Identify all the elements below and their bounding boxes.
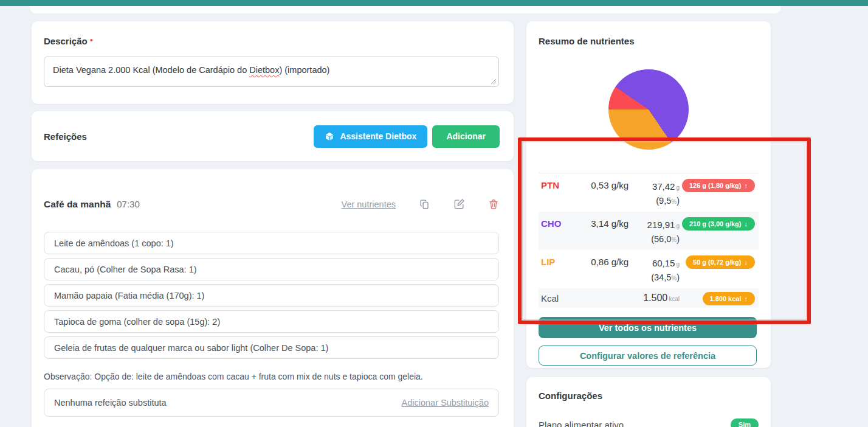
amount-unit: g (676, 223, 680, 229)
description-textarea[interactable]: Dieta Vegana 2.000 Kcal (Modelo de Cardá… (44, 57, 499, 87)
percent-close: ) (677, 273, 680, 282)
description-text-before: Dieta Vegana 2.000 Kcal (Modelo de Cardá… (53, 65, 249, 75)
cube-icon (325, 131, 334, 142)
reference-badge: 50 g (0,72 g/kg)↓ (686, 255, 755, 269)
meal-observation: Observação: Opção de: leite de amêndoas … (44, 372, 499, 381)
required-marker: • (90, 35, 93, 45)
nutrient-label: CHO (541, 217, 576, 229)
meal-time: 07:30 (117, 199, 140, 209)
percent-value: (34,5 (651, 273, 671, 282)
percent-sign: % (671, 275, 677, 282)
meal-header: Café da manhã 07:30 Ver nutrientes (44, 198, 499, 210)
configure-reference-values-button[interactable]: Configurar valores de referência (539, 345, 757, 366)
trash-icon (488, 198, 499, 210)
percent-value: (9,5 (656, 196, 671, 206)
amount-unit: g (676, 184, 680, 191)
kcal-label: Kcal (541, 293, 629, 304)
textarea-resize-handle[interactable] (491, 78, 497, 85)
meal-card-breakfast: Café da manhã 07:30 Ver nutrientes (32, 169, 514, 427)
copy-icon (419, 198, 430, 210)
description-card: Descrição• Dieta Vegana 2.000 Kcal (Mode… (32, 21, 514, 104)
arrow-up-icon: ↑ (745, 182, 748, 189)
assistant-button-label: Assistente Dietbox (340, 131, 416, 141)
view-all-nutrients-button[interactable]: Ver todos os nutrientes (539, 317, 757, 338)
status-badge: Sim (731, 418, 759, 427)
kcal-unit: kcal (669, 296, 680, 302)
arrow-up-icon: ↑ (745, 295, 748, 302)
settings-title: Configurações (539, 391, 759, 401)
arrow-down-icon: ↓ (745, 259, 748, 266)
food-item[interactable]: Tapioca de goma (colher de sopa (15g): 2… (44, 310, 499, 333)
reference-badge: 210 g (3,00 g/kg)↓ (682, 217, 755, 231)
badge-text: 50 g (0,72 g/kg) (693, 259, 741, 266)
add-meal-button[interactable]: Adicionar (432, 125, 500, 148)
nutrient-per-kg: 0,86 g/kg (576, 255, 629, 267)
amount-unit: g (676, 261, 680, 268)
food-item[interactable]: Cacau, pó (Colher de Sopa Rasa: 1) (44, 258, 499, 280)
nutrient-summary-title: Resumo de nutrientes (539, 36, 759, 46)
edit-icon (453, 198, 465, 210)
meal-name: Café da manhã (44, 199, 111, 210)
nutrient-label: PTN (541, 178, 576, 190)
nutrient-summary-card: Resumo de nutrientes PTN 0,53 g/kg 37,42… (526, 21, 771, 368)
amount-value: 37,42 (652, 181, 675, 192)
delete-meal-button[interactable] (488, 198, 499, 210)
nutrient-amount: 60,15g (34,5%) (629, 255, 680, 285)
substitute-meal-box: Nenhuma refeição substituta Adicionar Su… (44, 389, 499, 417)
nutrient-row-kcal: Kcal 1.500kcal 1.800 kcal↑ (539, 288, 759, 308)
nutrient-amount: 37,42g (9,5%) (629, 178, 680, 208)
percent-close: ) (677, 234, 680, 244)
meals-card: Refeições Assistente Dietbox Adicionar (32, 111, 514, 161)
settings-row-label: Plano alimentar ativo (539, 420, 624, 427)
view-nutrients-link[interactable]: Ver nutrientes (342, 200, 396, 209)
badge-text: 126 g (1,80 g/kg) (689, 182, 742, 189)
description-title: Descrição• (44, 35, 499, 47)
kcal-value: 1.500kcal (629, 293, 680, 304)
reference-badge: 1.800 kcal↑ (703, 292, 756, 305)
amount-value: 60,15 (652, 258, 675, 268)
arrow-down-icon: ↓ (745, 220, 748, 227)
badge-text: 210 g (3,00 g/kg) (689, 220, 742, 227)
percent-value: (56,0 (651, 234, 671, 244)
settings-row-active-plan: Plano alimentar ativo Sim (539, 418, 759, 427)
add-substitution-link[interactable]: Adicionar Substituição (402, 398, 489, 408)
substitute-text: Nenhuma refeição substituta (54, 398, 167, 408)
meal-actions: Ver nutrientes (342, 198, 499, 210)
reference-badge: 126 g (1,80 g/kg)↑ (682, 179, 755, 192)
description-text-after: ) (importado) (279, 65, 329, 75)
nutrient-per-kg: 3,14 g/kg (576, 217, 629, 229)
percent-close: ) (677, 196, 680, 206)
assistant-dietbox-button[interactable]: Assistente Dietbox (314, 125, 427, 148)
copy-meal-button[interactable] (419, 198, 430, 210)
badge-text: 1.800 kcal (710, 295, 742, 302)
meals-title: Refeições (44, 131, 87, 142)
nutrient-row-cho: CHO 3,14 g/kg 219,91g (56,0%) 210 g (3,0… (539, 212, 759, 250)
top-accent-bar (0, 0, 868, 6)
food-item[interactable]: Leite de amêndoas (1 copo: 1) (44, 232, 499, 254)
nutrient-per-kg: 0,53 g/kg (576, 178, 629, 190)
food-list: Leite de amêndoas (1 copo: 1) Cacau, pó … (44, 232, 499, 359)
amount-value: 219,91 (647, 220, 675, 230)
nutrient-row-ptn: PTN 0,53 g/kg 37,42g (9,5%) 126 g (1,80 … (539, 173, 759, 212)
settings-card: Configurações Plano alimentar ativo Sim (526, 377, 771, 427)
app-canvas: Descrição• Dieta Vegana 2.000 Kcal (Mode… (0, 0, 868, 427)
edit-meal-button[interactable] (453, 198, 465, 210)
percent-sign: % (671, 198, 677, 205)
description-title-text: Descrição (44, 36, 88, 46)
description-text-spellcheck: Dietbox (249, 65, 279, 75)
nutrient-row-lip: LIP 0,86 g/kg 60,15g (34,5%) 50 g (0,72 … (539, 250, 759, 288)
food-item[interactable]: Geleia de frutas de qualquer marca ou sa… (44, 336, 499, 359)
percent-sign: % (671, 237, 677, 243)
partial-card-above (30, 6, 781, 13)
nutrient-amount: 219,91g (56,0%) (629, 217, 680, 246)
nutrient-label: LIP (541, 255, 576, 267)
add-button-label: Adicionar (446, 131, 486, 141)
kcal-number: 1.500 (643, 293, 667, 303)
food-item[interactable]: Mamão papaia (Fatia média (170g): 1) (44, 284, 499, 307)
macro-pie-chart (608, 69, 689, 150)
